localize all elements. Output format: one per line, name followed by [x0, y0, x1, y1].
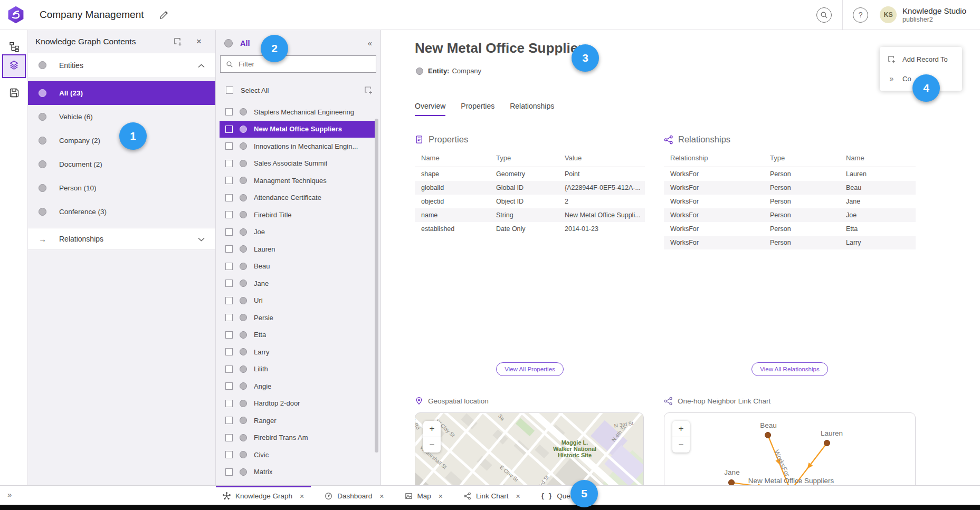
zoom-out-button[interactable]: −	[672, 437, 690, 453]
entities-radio[interactable]	[39, 61, 46, 69]
record-list-item[interactable]: Firebird Trans Am	[220, 429, 377, 447]
item-checkbox[interactable]	[225, 245, 233, 253]
item-checkbox[interactable]	[225, 417, 233, 424]
close-icon[interactable]: ×	[516, 492, 520, 501]
help-icon[interactable]: ?	[853, 7, 868, 23]
link-cell[interactable]: WorksFor	[664, 167, 764, 181]
close-icon[interactable]: ×	[379, 492, 384, 501]
tab-relationships[interactable]: Relationships	[510, 102, 554, 116]
item-checkbox[interactable]	[225, 194, 233, 201]
item-checkbox[interactable]	[225, 228, 233, 236]
entity-type-radio[interactable]	[39, 137, 46, 145]
item-checkbox[interactable]	[225, 434, 233, 441]
link-cell[interactable]: Joe	[840, 208, 916, 222]
item-checkbox[interactable]	[225, 365, 233, 373]
close-icon[interactable]: ×	[193, 36, 205, 47]
item-checkbox[interactable]	[225, 382, 233, 390]
item-checkbox[interactable]	[225, 400, 233, 407]
item-checkbox[interactable]	[225, 451, 233, 458]
sidebar-item-save[interactable]	[2, 82, 26, 105]
item-checkbox[interactable]	[225, 468, 233, 476]
record-list-item[interactable]: Lilith	[220, 361, 377, 378]
zoom-out-button[interactable]: −	[423, 437, 441, 453]
entity-type-row[interactable]: Vehicle (6)	[28, 105, 215, 129]
filter-input[interactable]	[239, 60, 370, 68]
add-record-icon[interactable]	[363, 84, 374, 96]
entity-type-radio[interactable]	[39, 113, 46, 121]
record-list-item[interactable]: Hardtop 2-door	[220, 395, 377, 412]
entity-type-row[interactable]: Document (2)	[28, 152, 215, 176]
link-cell[interactable]: Lauren	[840, 167, 916, 181]
record-list-item[interactable]: Ranger	[220, 412, 377, 429]
record-list-item[interactable]: Etta	[220, 326, 377, 344]
collapse-panel-icon[interactable]: «	[368, 39, 372, 47]
record-list-item[interactable]: Staplers Mechanical Engineering	[220, 103, 377, 121]
tab-knowledge-graph[interactable]: Knowledge Graph ×	[216, 486, 311, 505]
entity-type-row[interactable]: All (23)	[28, 81, 215, 105]
item-checkbox[interactable]	[225, 263, 233, 270]
search-icon[interactable]	[816, 7, 832, 23]
entity-type-radio[interactable]	[39, 89, 46, 97]
app-logo-icon[interactable]	[6, 5, 25, 24]
record-list-item[interactable]: Managment Techniques	[220, 172, 377, 189]
view-all-relationships-button[interactable]: View All Relationships	[751, 362, 827, 376]
expand-panel-icon[interactable]: »	[7, 490, 12, 499]
add-record-icon[interactable]	[172, 36, 184, 47]
item-checkbox[interactable]	[225, 348, 233, 355]
chevron-up-icon[interactable]	[198, 61, 205, 70]
entities-section-header[interactable]: Entities	[28, 53, 215, 77]
record-list-item[interactable]: Jane	[220, 275, 377, 292]
record-list-item[interactable]: Innovations in Mechanical Engin...	[220, 138, 377, 155]
one-hop-link-chart[interactable]: WorksForWorksForWorksForWorksForBeauLaur…	[664, 412, 916, 485]
close-icon[interactable]: ×	[300, 492, 304, 501]
item-checkbox[interactable]	[225, 108, 233, 116]
menu-item-add-record-to[interactable]: Add Record To	[880, 50, 962, 69]
item-checkbox[interactable]	[225, 177, 233, 184]
tab-properties[interactable]: Properties	[461, 102, 494, 116]
geospatial-map[interactable]: k RdW Clay StSaMaggie L. Walker National…	[415, 412, 644, 485]
tab-dashboard[interactable]: Dashboard ×	[318, 486, 391, 505]
item-checkbox[interactable]	[225, 142, 233, 150]
record-list-item[interactable]: Angie	[220, 378, 377, 395]
chevron-down-icon[interactable]	[198, 234, 205, 244]
record-list-item[interactable]: Joe	[220, 224, 377, 241]
link-cell[interactable]: WorksFor	[664, 181, 764, 195]
link-cell[interactable]: Beau	[840, 181, 916, 195]
link-cell[interactable]: WorksFor	[664, 236, 764, 249]
record-list-item[interactable]: Matrix	[220, 464, 377, 481]
select-all-checkbox[interactable]	[226, 86, 233, 94]
tab-map[interactable]: Map ×	[398, 486, 450, 505]
record-list-item[interactable]: Civic	[220, 446, 377, 464]
scrollbar[interactable]	[375, 119, 378, 453]
link-cell[interactable]: Jane	[840, 195, 916, 208]
tab-link-chart[interactable]: Link Chart ×	[456, 486, 527, 505]
item-checkbox[interactable]	[225, 211, 233, 218]
close-icon[interactable]: ×	[439, 492, 443, 501]
avatar[interactable]: KS	[880, 6, 897, 23]
view-all-properties-button[interactable]: View All Properties	[496, 362, 564, 376]
record-list-item[interactable]: Beau	[220, 258, 377, 275]
link-cell[interactable]: WorksFor	[664, 222, 764, 236]
item-checkbox[interactable]	[225, 331, 233, 339]
sidebar-item-contents[interactable]	[2, 54, 26, 78]
edit-title-icon[interactable]	[158, 8, 170, 21]
item-checkbox[interactable]	[225, 160, 233, 167]
record-list-item[interactable]: New Metal Office Suppliers	[220, 121, 377, 138]
link-cell[interactable]: Larry	[840, 236, 916, 249]
record-list-item[interactable]: Firebird Title	[220, 206, 377, 224]
link-cell[interactable]: WorksFor	[664, 208, 764, 222]
all-radio[interactable]	[224, 39, 233, 47]
link-cell[interactable]: Etta	[840, 222, 916, 236]
record-list-item[interactable]: Attendance Certificate	[220, 189, 377, 207]
tab-overview[interactable]: Overview	[415, 102, 445, 116]
record-list-item[interactable]: Uri	[220, 292, 377, 310]
relationships-section-header[interactable]: → Relationships	[28, 228, 215, 250]
user-menu[interactable]: Knowledge Studio publisher2	[902, 6, 980, 24]
zoom-in-button[interactable]: +	[423, 421, 441, 437]
record-list-item[interactable]: Lauren	[220, 240, 377, 258]
item-checkbox[interactable]	[225, 314, 233, 321]
record-list-item[interactable]: Larry	[220, 343, 377, 361]
item-checkbox[interactable]	[225, 126, 233, 133]
entity-type-radio[interactable]	[39, 208, 46, 216]
entity-type-row[interactable]: Person (10)	[28, 176, 215, 200]
